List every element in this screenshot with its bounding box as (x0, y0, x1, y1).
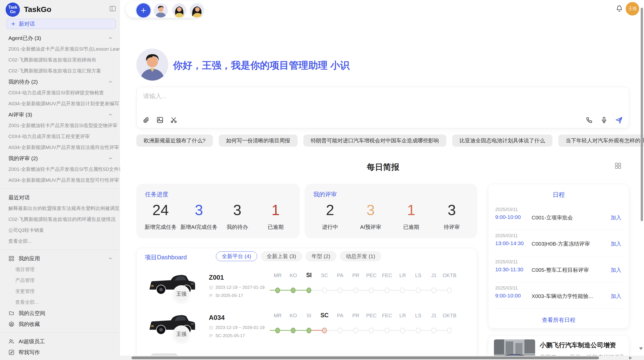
app-shortcut-item[interactable]: 变更管理 (0, 286, 120, 297)
flag-text: SI-2025-05-17 (215, 293, 243, 298)
sidebar-task-item[interactable]: A034-全新新能源MUV产品开发项目造型可行性评审 (0, 175, 120, 186)
view-all-schedule-link[interactable]: 查看所有日程 (488, 316, 629, 324)
milestone-label: SC (317, 312, 332, 319)
attachment-icon[interactable] (143, 116, 150, 124)
sidebar-task-item[interactable]: C02-飞腾新能源轻客改款项目立项汇报方案 (0, 65, 120, 76)
send-icon[interactable] (615, 116, 622, 124)
milestone-label: KO (285, 313, 301, 319)
recent-chat-item[interactable]: 公司Q3轻卡销量 (0, 225, 120, 236)
join-meeting-link[interactable]: 加入 (611, 240, 621, 247)
milestone-label: J1 (426, 273, 442, 278)
sidebar-section-header[interactable]: 我的待办 (2) (0, 76, 120, 87)
project-milestone-flag: SI-2025-05-17 (209, 293, 243, 298)
add-agent-button[interactable] (136, 3, 151, 18)
milestone-label: PA (332, 273, 348, 278)
join-meeting-link[interactable]: 加入 (611, 266, 621, 274)
milestone-label: LS (411, 273, 426, 278)
project-row[interactable]: 王强Z0012023-12-19 ~ 2027-01-19SI-2025-05-… (137, 268, 477, 308)
milestone: OKTB (442, 308, 457, 348)
stat-value: 1 (391, 200, 432, 220)
milestone-label: OKTB (442, 313, 457, 319)
chat-input-card: 请输入... (136, 87, 629, 128)
horizontal-scrollbar-thumb[interactable] (131, 356, 599, 359)
my-apps-label: 我的应用 (19, 253, 40, 264)
sidebar-task-item[interactable]: A034-全新新能源MUV产品开发项目计划变更表编写 (0, 98, 120, 109)
stat-label: 已逾期 (256, 223, 295, 231)
sidebar-task-item[interactable]: Z001-全新燃油轻卡产品开发项目SI节点属性5D文件评审 (0, 164, 120, 175)
user-avatar[interactable]: 王强 (626, 2, 639, 16)
sidebar-task-item[interactable]: C02-飞腾新能源轻客改款项目里程碑画布 (0, 54, 120, 65)
app-shortcut-item[interactable]: 查看全部... (0, 297, 120, 308)
sidebar-task-item[interactable]: Z001-全新燃油轻卡产品开发项目SI造型提交物评审 (0, 120, 120, 131)
sidebar-collapse-icon[interactable] (109, 5, 116, 12)
milestone-node (416, 288, 421, 293)
dashboard-filter-chip[interactable]: 全新上装 (3) (261, 251, 302, 261)
suggestion-chip[interactable]: 当下年轻人对汽车外观有怎样的喜好趋势 (558, 134, 644, 147)
stat-item: 1已逾期 (256, 200, 295, 238)
new-chat-button[interactable]: 新对话 (6, 19, 116, 29)
layout-grid-icon[interactable] (614, 162, 622, 169)
milestone: KO (285, 268, 301, 308)
voice-call-icon[interactable] (586, 116, 593, 124)
dashboard-filter-chip[interactable]: 动总开发 (1) (340, 251, 381, 261)
recent-chats-header: 最近对话 (0, 192, 120, 203)
divider (495, 308, 623, 309)
project-milestone-flag: SC-2025-05-17 (209, 333, 245, 338)
sidebar-task-item[interactable]: C0X4-动力总成开发项目工程变更评审 (0, 131, 120, 142)
sidebar-item-creative-draw[interactable]: 创意制图 (0, 358, 120, 360)
scroll-down-arrow[interactable] (639, 347, 643, 350)
scroll-right-arrow[interactable] (629, 356, 632, 359)
plus-icon (11, 21, 16, 26)
milestone-node (353, 288, 358, 293)
join-meeting-link[interactable]: 加入 (611, 214, 621, 221)
vertical-scrollbar-thumb[interactable] (641, 8, 643, 221)
milestone-node (353, 328, 358, 333)
sidebar-item-cloud-space[interactable]: 我的云空间 (0, 308, 120, 319)
sidebar-task-item[interactable]: A034-全新新能源MUV产品开发项目法规符合性评审 (0, 142, 120, 153)
app-shortcut-item[interactable]: 产品管理 (0, 275, 120, 286)
suggestion-chip[interactable]: 比亚迪全固态电池计划具体说了什么 (452, 134, 552, 147)
suggestion-chip[interactable]: 欧洲新规最近颁布了什么? (136, 134, 213, 147)
screenshot-scissors-icon[interactable] (170, 116, 177, 124)
microphone-icon[interactable] (601, 116, 608, 124)
sidebar-section-header[interactable]: Agent已办 (3) (0, 33, 120, 43)
stat-value: 1 (256, 200, 295, 220)
sidebar-task-item[interactable]: C0X4-动力总成开发项目SI里程碑提交物检查 (0, 87, 120, 98)
project-code: Z001 (209, 274, 224, 281)
sidebar-item-favorites-label: 我的收藏 (19, 319, 40, 329)
milestone-label: PR (348, 313, 363, 319)
sidebar-section-header[interactable]: AI评审 (3) (0, 109, 120, 120)
join-meeting-link[interactable]: 加入 (611, 293, 621, 300)
sidebar-item-my-apps[interactable]: 我的应用 (0, 253, 120, 264)
app-shortcut-item[interactable]: 项目管理 (0, 264, 120, 275)
sidebar-item-favorites[interactable]: 我的收藏 (0, 319, 120, 329)
suggestion-chip[interactable]: 如何写一份清晰的项目周报 (219, 134, 298, 147)
agent-avatar-2[interactable] (172, 3, 186, 18)
sidebar-item-ai-super-staff[interactable]: AI超级员工 (0, 336, 120, 347)
milestone-node (291, 328, 296, 333)
app-title: TaskGo (24, 5, 51, 14)
sidebar-item-help-write[interactable]: 帮我写作 (0, 347, 120, 358)
image-icon[interactable] (156, 116, 164, 124)
flag-text: SC-2025-05-17 (215, 333, 245, 338)
notifications-bell-icon[interactable] (616, 5, 623, 13)
milestone-timeline: MRKOSISCPAPRPECFECLRLSJ1OKTB (270, 308, 457, 348)
sidebar-task-item[interactable]: Z001-全新燃油皮卡产品开发项目SI节点Lesson Learn报告 (0, 43, 120, 54)
suggestion-chip[interactable]: 特朗普可能对进口汽车增税会对中国车企造成哪些影响 (303, 134, 446, 147)
stat-item: 3待评审 (432, 200, 472, 238)
agent-avatar-3[interactable] (190, 3, 204, 18)
recent-chat-item[interactable]: 查看全部... (0, 236, 120, 247)
recent-chat-item[interactable]: 解释最新出台的欧盟报废车法规再生塑料比例被调至15%... (0, 203, 120, 214)
chat-input[interactable]: 请输入... (143, 92, 167, 100)
recent-chat-item[interactable]: C02-飞腾新能源轻客改款项目的闭环通告反馈情况 (0, 214, 120, 225)
stat-value: 3 (350, 200, 391, 220)
project-row[interactable]: 王强A0342023-12-19 ~ 2026-01-19SC-2025-05-… (137, 308, 477, 348)
new-chat-label: 新对话 (19, 20, 35, 27)
flag-icon (209, 334, 213, 338)
sidebar-section-header[interactable]: 我的评审 (2) (0, 153, 120, 164)
chevron-up-icon (108, 257, 112, 261)
dashboard-filter-chip[interactable]: 全新平台 (4) (216, 251, 257, 261)
dashboard-filter-chip[interactable]: 年型 (2) (306, 251, 336, 261)
stat-item: 3我的待办 (218, 200, 257, 238)
agent-avatar-1[interactable] (154, 3, 168, 18)
